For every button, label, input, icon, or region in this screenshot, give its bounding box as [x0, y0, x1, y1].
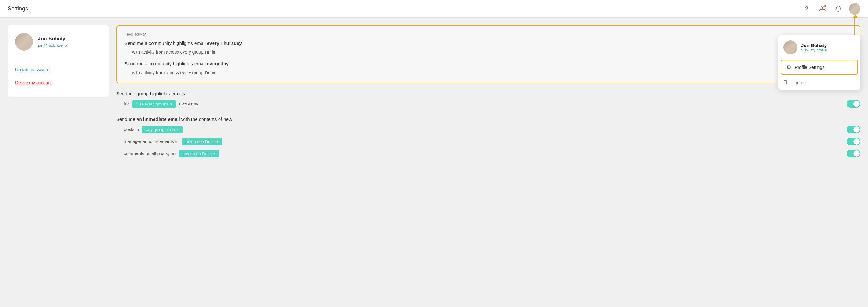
bell-icon-btn[interactable]: [833, 4, 843, 14]
help-icon-btn[interactable]: ?: [802, 4, 812, 14]
everyday-bold: every day: [207, 61, 229, 66]
content-area: Feed activity Send me a community highli…: [116, 25, 861, 162]
immediate-email-title: Send me an immediate email with the cont…: [116, 115, 861, 122]
frequency-text: every day: [179, 101, 198, 106]
community-icon-btn[interactable]: [817, 4, 828, 14]
posts-toggle[interactable]: [846, 126, 861, 133]
dropdown-avatar: [783, 40, 797, 54]
immediate-suffix: with the contents of new: [181, 117, 232, 122]
group-highlights-section: Send me group highlights emails for 5 se…: [116, 90, 861, 114]
logout-label: Log out: [792, 80, 807, 85]
avatar-image: [849, 3, 861, 14]
everyday-sub-text: with activity from across every group I'…: [132, 70, 215, 75]
immediate-bold: immediate email: [143, 117, 180, 122]
everyday-prefix: Send me a community highlights email: [124, 61, 206, 66]
selected-groups-btn[interactable]: 5 selected groups ▾: [132, 100, 176, 108]
svg-point-0: [820, 7, 823, 9]
dropdown-avatar-image: [783, 40, 797, 54]
profile-name: Jon Bohaty: [38, 36, 67, 42]
comments-toggle-knob: [854, 150, 860, 157]
thursday-sub-row: with activity from across every group I'…: [124, 48, 852, 56]
everyday-sub-row: with activity from across every group I'…: [124, 69, 852, 76]
topbar-icons: ?: [802, 3, 861, 14]
group-highlights-title: Send me group highlights emails: [116, 90, 861, 96]
posts-label: posts in: [124, 127, 139, 132]
arrow-tip: [853, 14, 858, 18]
manager-chevron-icon: ▾: [217, 140, 219, 144]
immediate-email-section: Send me an immediate email with the cont…: [116, 115, 861, 162]
profile-dropdown: Jon Bohaty View my profile ⚙ Profile Set…: [778, 35, 861, 90]
feed-activity-label: Feed activity: [124, 32, 852, 37]
dropdown-user-info: Jon Bohaty View my profile: [801, 43, 827, 53]
logout-icon: [783, 80, 788, 86]
group-highlights-toggle[interactable]: [846, 100, 861, 108]
posts-group-btn[interactable]: any group I'm in ▾: [142, 126, 183, 133]
topbar: Settings ?: [0, 0, 868, 18]
manager-row: manager announcements in any group I'm i…: [116, 138, 861, 145]
thursday-sub-text: with activity from across every group I'…: [132, 50, 215, 55]
delete-account-link[interactable]: Delete my account: [15, 76, 101, 89]
bell-icon: [835, 5, 841, 12]
dropdown-header: Jon Bohaty View my profile: [778, 35, 861, 58]
update-password-link[interactable]: Update password: [15, 63, 101, 76]
profile-card: Jon Bohaty jon@mobilize.io Update passwo…: [7, 25, 108, 97]
immediate-prefix: Send me an: [116, 117, 142, 122]
gear-icon: ⚙: [786, 64, 791, 70]
profile-settings-label: Profile Settings: [795, 65, 825, 70]
thursday-prefix: Send me a community highlights email: [124, 40, 206, 46]
manager-group-btn[interactable]: any group I'm in ▾: [182, 138, 222, 145]
comments-chevron-icon: ▾: [214, 152, 215, 156]
posts-toggle-knob: [854, 126, 860, 133]
manager-toggle[interactable]: [846, 138, 861, 145]
profile-email: jon@mobilize.io: [38, 43, 67, 48]
view-profile-link[interactable]: View my profile: [801, 48, 827, 53]
comments-label: comments on all posts,: [124, 151, 169, 156]
user-avatar-btn[interactable]: [849, 3, 861, 14]
profile-avatar: [15, 33, 33, 51]
main-layout: Jon Bohaty jon@mobilize.io Update passwo…: [0, 18, 868, 169]
group-highlights-row: for 5 selected groups ▾ every day: [116, 100, 861, 108]
comments-in-label: in: [172, 151, 176, 156]
profile-info: Jon Bohaty jon@mobilize.io: [15, 33, 101, 57]
posts-chevron-icon: ▾: [177, 128, 179, 132]
comments-toggle[interactable]: [846, 150, 861, 157]
notification-badge: [824, 4, 827, 7]
comments-group-btn[interactable]: any group I'm in ▾: [179, 150, 219, 157]
posts-row: posts in any group I'm in ▾: [116, 126, 861, 133]
manager-label: manager announcements in: [124, 139, 179, 144]
page-title: Settings: [7, 5, 28, 12]
dropdown-username: Jon Bohaty: [801, 43, 827, 48]
everyday-title: Send me a community highlights email eve…: [124, 61, 852, 66]
chevron-down-icon: ▾: [170, 102, 172, 106]
thursday-bold: every Thursday: [207, 40, 242, 46]
profile-details: Jon Bohaty jon@mobilize.io: [38, 36, 67, 48]
profile-settings-item[interactable]: ⚙ Profile Settings: [781, 60, 858, 74]
feed-activity-box: Feed activity Send me a community highli…: [116, 25, 861, 83]
everyday-email-row: Send me a community highlights email eve…: [124, 61, 852, 76]
thursday-title: Send me a community highlights email eve…: [124, 40, 852, 46]
thursday-email-row: Send me a community highlights email eve…: [124, 40, 852, 56]
for-label: for: [124, 101, 129, 106]
comments-row: comments on all posts, in any group I'm …: [116, 150, 861, 157]
logout-item[interactable]: Log out: [778, 76, 861, 90]
profile-avatar-image: [15, 33, 33, 51]
manager-toggle-knob: [854, 139, 860, 145]
help-icon: ?: [805, 5, 809, 12]
group-highlights-toggle-knob: [854, 101, 860, 107]
